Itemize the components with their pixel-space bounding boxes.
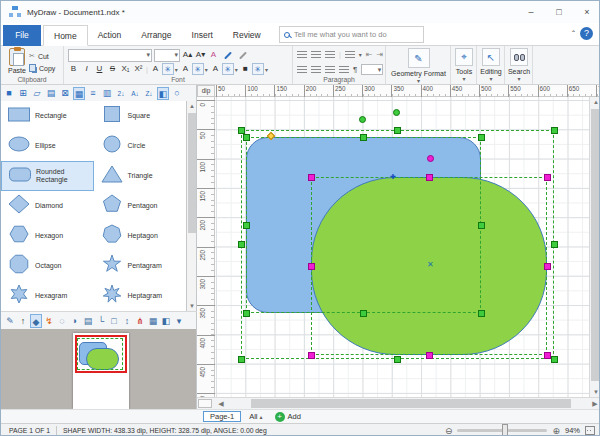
align-bottom-icon[interactable]: [325, 51, 335, 59]
lightning-tool-icon[interactable]: ↯: [43, 314, 55, 328]
tools-button[interactable]: ⌖ Tools▾: [451, 48, 477, 82]
font-size-combo[interactable]: [154, 49, 180, 62]
shape-item-circle[interactable]: Circle: [94, 131, 187, 161]
scroll-down-icon[interactable]: ▼: [591, 387, 600, 397]
page-tool-icon[interactable]: □: [108, 314, 120, 328]
blue-shape-selection-handle[interactable]: [360, 134, 367, 141]
rotation-handle-green-shape[interactable]: [427, 155, 434, 162]
multi-selection-handle[interactable]: [394, 356, 401, 363]
shape-item-rectangle[interactable]: Rectangle: [1, 101, 94, 131]
align-middle-icon[interactable]: [311, 51, 321, 59]
begin-point-marker[interactable]: ✚: [390, 174, 396, 180]
green-shape-selection-handle[interactable]: [308, 174, 315, 181]
tell-me-search-box[interactable]: Tell me what you want to do: [279, 26, 424, 43]
shape-item-square[interactable]: Square: [94, 101, 187, 131]
multi-selection-handle[interactable]: [238, 241, 245, 248]
save-document-icon[interactable]: ▤: [45, 87, 57, 100]
blue-shape-selection-handle[interactable]: [478, 222, 485, 229]
shape-item-rounded-rectangle[interactable]: Rounded Rectangle: [1, 161, 94, 191]
multi-selection-handle[interactable]: [551, 241, 558, 248]
shape-item-pentagon[interactable]: Pentagon: [94, 191, 187, 221]
tab-home[interactable]: Home: [43, 25, 88, 46]
pan-zoom-preview[interactable]: [1, 329, 197, 409]
cut-button[interactable]: ✂Cut: [29, 50, 55, 62]
green-shape-selection-handle[interactable]: [544, 263, 551, 270]
scroll-right-icon[interactable]: ▶: [589, 398, 600, 409]
zoom-library-icon[interactable]: ○: [171, 87, 183, 100]
align-center-icon[interactable]: [311, 66, 321, 74]
sort-alpha-asc-icon[interactable]: A↓: [129, 87, 141, 100]
preview-viewport-rect[interactable]: [75, 335, 127, 373]
scroll-left-icon[interactable]: ◀: [215, 398, 227, 409]
shape-item-octagon[interactable]: Octagon: [1, 251, 94, 281]
fit-page-icon[interactable]: [585, 426, 595, 435]
zoom-out-icon[interactable]: ⊖: [445, 426, 453, 436]
green-shape-selection-handle[interactable]: [308, 263, 315, 270]
more-tools-dropdown-icon[interactable]: ▾: [173, 314, 185, 328]
font-style-b-button[interactable]: B: [68, 63, 79, 75]
pointer-tool-icon[interactable]: ↑: [17, 314, 29, 328]
tab-insert[interactable]: Insert: [182, 25, 223, 46]
library-scroll-thumb[interactable]: [188, 113, 196, 233]
multi-selection-handle[interactable]: [551, 127, 558, 134]
green-shape-selection-handle[interactable]: [426, 352, 433, 359]
comment-tool-icon[interactable]: ◗: [69, 314, 81, 328]
zoom-slider[interactable]: [457, 429, 547, 432]
new-document-icon[interactable]: ⊞: [17, 87, 29, 100]
collapse-ribbon-button[interactable]: ˆ: [572, 29, 575, 39]
close-button[interactable]: ×: [573, 1, 600, 23]
scroll-up-icon[interactable]: ▲: [187, 101, 197, 111]
shape-item-hexagon[interactable]: Hexagon: [1, 221, 94, 251]
eyedropper-button[interactable]: [221, 49, 234, 62]
blue-shape-selection-handle[interactable]: [243, 134, 250, 141]
save-library-icon[interactable]: ■: [3, 87, 15, 100]
blue-shape-selection-handle[interactable]: [478, 134, 485, 141]
rotation-handle-selection[interactable]: [393, 109, 400, 116]
split-tool-icon[interactable]: ↕: [121, 314, 133, 328]
blue-shape-selection-handle[interactable]: [360, 310, 367, 317]
sort-alpha-desc-icon[interactable]: Z↓: [143, 87, 155, 100]
shape-item-triangle[interactable]: Triangle: [94, 161, 187, 191]
tab-review[interactable]: Review: [223, 25, 271, 46]
green-shape-selection-handle[interactable]: [426, 174, 433, 181]
page-filter-dropdown[interactable]: All▴: [249, 412, 262, 421]
increase-indent-icon[interactable]: ⇥: [377, 50, 384, 59]
library-scrollbar[interactable]: ▲ ▼: [187, 101, 197, 311]
maximize-button[interactable]: □: [545, 1, 573, 23]
decrease-indent-icon[interactable]: ⇤: [366, 50, 373, 59]
shrink-font-button[interactable]: A▾: [195, 49, 206, 61]
canvas-vertical-scrollbar[interactable]: ▲ ▼: [589, 97, 600, 397]
align-right-icon[interactable]: [325, 66, 335, 74]
font-style-i-button[interactable]: I: [81, 63, 92, 75]
clear-formatting-button[interactable]: A: [208, 49, 219, 61]
scroll-down-icon[interactable]: ▼: [187, 301, 197, 311]
ribbon-search-button[interactable]: Search▾: [505, 48, 533, 82]
paste-button[interactable]: Paste: [5, 48, 29, 74]
copy-button[interactable]: Copy: [29, 62, 55, 74]
spacing-combo[interactable]: [361, 64, 383, 75]
character-effects-button[interactable]: A✳▾: [210, 63, 238, 75]
blue-shape-selection-handle[interactable]: [243, 310, 250, 317]
open-library-icon[interactable]: ▱: [31, 87, 43, 100]
shape-item-diamond[interactable]: Diamond: [1, 191, 94, 221]
font-style-x-button[interactable]: X²: [133, 63, 144, 75]
shape-item-heptagon[interactable]: Heptagon: [94, 221, 187, 251]
multi-selection-handle[interactable]: [238, 127, 245, 134]
align-top-icon[interactable]: [297, 51, 307, 59]
blue-shape-selection-handle[interactable]: [478, 310, 485, 317]
canvas-horizontal-scrollbar[interactable]: ◀ ▶: [197, 397, 600, 409]
drawing-canvas[interactable]: ✚✕: [215, 97, 589, 397]
canvas-hscroll-thumb[interactable]: [251, 399, 571, 408]
editing-button[interactable]: ↖ Editing▾: [477, 48, 505, 82]
multi-selection-handle[interactable]: [551, 356, 558, 363]
shapes-tool-icon[interactable]: ◧: [160, 314, 172, 328]
align-left-icon[interactable]: [297, 66, 307, 74]
geometry-format-button[interactable]: ✎ Geometry Format▾: [386, 48, 451, 84]
multi-selection-handle[interactable]: [238, 356, 245, 363]
pan-tool-icon[interactable]: ◆: [30, 314, 42, 328]
view-icons-icon[interactable]: ▦: [73, 87, 85, 100]
scroll-corner-button[interactable]: [198, 399, 212, 408]
minimize-button[interactable]: –: [517, 1, 545, 23]
shape-item-pentagram[interactable]: Pentagram: [94, 251, 187, 281]
connector-tool-icon[interactable]: └: [95, 314, 107, 328]
